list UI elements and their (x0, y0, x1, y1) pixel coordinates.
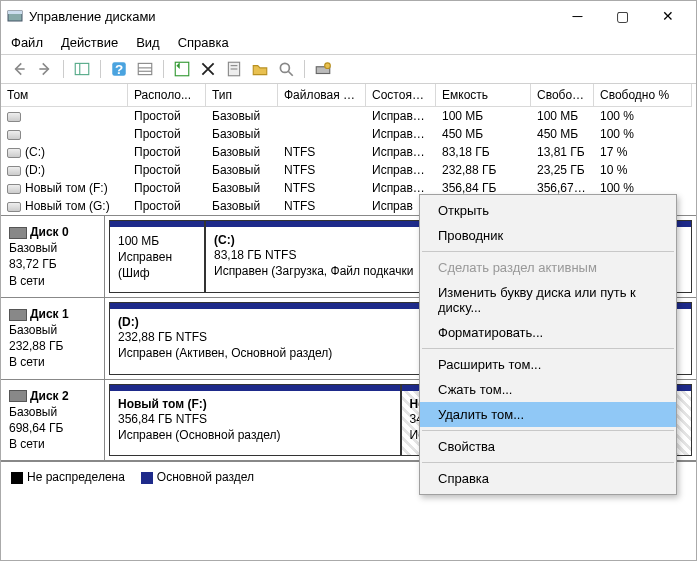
menu-file[interactable]: Файл (11, 35, 43, 50)
disk-0-status: В сети (9, 273, 96, 289)
ctx-delete[interactable]: Удалить том... (420, 402, 676, 427)
ctx-make-active: Сделать раздел активным (420, 255, 676, 280)
settings-icon[interactable] (135, 59, 155, 79)
disk-1-type: Базовый (9, 322, 96, 338)
disk-icon (9, 309, 27, 321)
menu-bar: Файл Действие Вид Справка (1, 31, 696, 55)
col-status[interactable]: Состояние (366, 84, 436, 107)
col-free-pct[interactable]: Свободно % (594, 84, 692, 107)
col-free[interactable]: Свобод... (531, 84, 594, 107)
volume-icon (7, 202, 21, 212)
disk-0-name: Диск 0 (30, 225, 69, 239)
disk-0-size: 83,72 ГБ (9, 256, 96, 272)
delete-icon[interactable] (198, 59, 218, 79)
disk-1-status: В сети (9, 354, 96, 370)
volume-icon (7, 130, 21, 140)
disk-2-label[interactable]: Диск 2 Базовый 698,64 ГБ В сети (1, 380, 105, 461)
col-type[interactable]: Тип (206, 84, 278, 107)
disk-0-label[interactable]: Диск 0 Базовый 83,72 ГБ В сети (1, 216, 105, 297)
disk-settings-icon[interactable] (313, 59, 333, 79)
legend-unallocated: Не распределена (11, 470, 125, 484)
table-header: Том Располо... Тип Файловая с... Состоян… (1, 84, 696, 107)
title-bar: Управление дисками ─ ▢ ✕ (1, 1, 696, 31)
disk-2-size: 698,64 ГБ (9, 420, 96, 436)
legend-primary: Основной раздел (141, 470, 254, 484)
disk-1-size: 232,88 ГБ (9, 338, 96, 354)
col-layout[interactable]: Располо... (128, 84, 206, 107)
properties-icon[interactable] (224, 59, 244, 79)
svg-rect-1 (8, 11, 22, 14)
ctx-explorer[interactable]: Проводник (420, 223, 676, 248)
vol-status: Исправен (Шиф (118, 249, 196, 281)
ctx-format[interactable]: Форматировать... (420, 320, 676, 345)
help-icon[interactable]: ? (109, 59, 129, 79)
disk-2-name: Диск 2 (30, 389, 69, 403)
search-icon[interactable] (276, 59, 296, 79)
menu-help[interactable]: Справка (178, 35, 229, 50)
svg-rect-6 (138, 63, 152, 74)
vol-size: 356,84 ГБ NTFS (118, 411, 392, 427)
volume-icon (7, 148, 21, 158)
ctx-help[interactable]: Справка (420, 466, 676, 491)
ctx-properties[interactable]: Свойства (420, 434, 676, 459)
folder-icon[interactable] (250, 59, 270, 79)
minimize-button[interactable]: ─ (555, 2, 600, 30)
back-icon[interactable] (9, 59, 29, 79)
svg-rect-2 (75, 63, 89, 74)
menu-view[interactable]: Вид (136, 35, 160, 50)
vol-size: 100 МБ (118, 233, 196, 249)
toolbar: ? (1, 55, 696, 84)
disk-1-label[interactable]: Диск 1 Базовый 232,88 ГБ В сети (1, 298, 105, 379)
svg-point-16 (325, 63, 331, 69)
volume-icon (7, 184, 21, 194)
svg-rect-9 (175, 62, 189, 76)
disk-2-vol-0[interactable]: Новый том (F:) 356,84 ГБ NTFS Исправен (… (109, 384, 401, 457)
forward-icon[interactable] (35, 59, 55, 79)
col-filesystem[interactable]: Файловая с... (278, 84, 366, 107)
disk-0-type: Базовый (9, 240, 96, 256)
disk-1-name: Диск 1 (30, 307, 69, 321)
ctx-extend[interactable]: Расширить том... (420, 352, 676, 377)
menu-action[interactable]: Действие (61, 35, 118, 50)
panel-icon[interactable] (72, 59, 92, 79)
table-row[interactable]: (D:)ПростойБазовыйNTFSИсправен...232,88 … (1, 161, 696, 179)
col-volume[interactable]: Том (1, 84, 128, 107)
table-row[interactable]: ПростойБазовыйИсправен...100 МБ100 МБ100… (1, 107, 696, 125)
col-capacity[interactable]: Емкость (436, 84, 531, 107)
volume-icon (7, 166, 21, 176)
disk-icon (9, 227, 27, 239)
disk-icon (9, 390, 27, 402)
table-row[interactable]: ПростойБазовыйИсправен...450 МБ450 МБ100… (1, 125, 696, 143)
disk-0-vol-0[interactable]: 100 МБ Исправен (Шиф (109, 220, 205, 293)
table-row[interactable]: (C:)ПростойБазовыйNTFSИсправен...83,18 Г… (1, 143, 696, 161)
disk-2-status: В сети (9, 436, 96, 452)
maximize-button[interactable]: ▢ (600, 2, 645, 30)
window-title: Управление дисками (29, 9, 555, 24)
vol-title: Новый том (F:) (118, 397, 392, 411)
svg-line-14 (288, 71, 293, 76)
ctx-open[interactable]: Открыть (420, 198, 676, 223)
ctx-shrink[interactable]: Сжать том... (420, 377, 676, 402)
ctx-change-letter[interactable]: Изменить букву диска или путь к диску... (420, 280, 676, 320)
volume-icon (7, 112, 21, 122)
context-menu: Открыть Проводник Сделать раздел активны… (419, 194, 677, 495)
disk-2-type: Базовый (9, 404, 96, 420)
svg-text:?: ? (115, 62, 123, 77)
vol-status: Исправен (Основной раздел) (118, 427, 392, 443)
close-button[interactable]: ✕ (645, 2, 690, 30)
refresh-icon[interactable] (172, 59, 192, 79)
svg-point-13 (280, 63, 289, 72)
app-icon (7, 8, 23, 24)
